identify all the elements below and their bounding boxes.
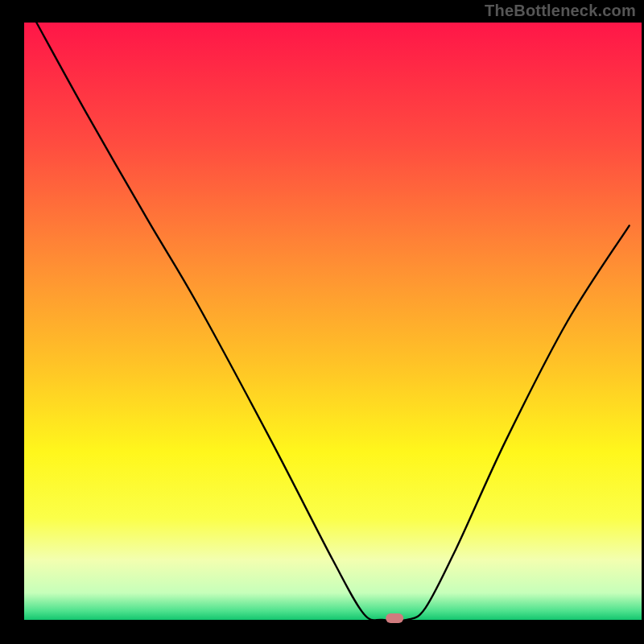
chart-plot-area [24, 23, 642, 620]
bottleneck-chart [0, 0, 644, 644]
chart-stage: TheBottleneck.com [0, 0, 644, 644]
attribution-text: TheBottleneck.com [485, 2, 636, 20]
optimal-point-marker [386, 613, 403, 623]
